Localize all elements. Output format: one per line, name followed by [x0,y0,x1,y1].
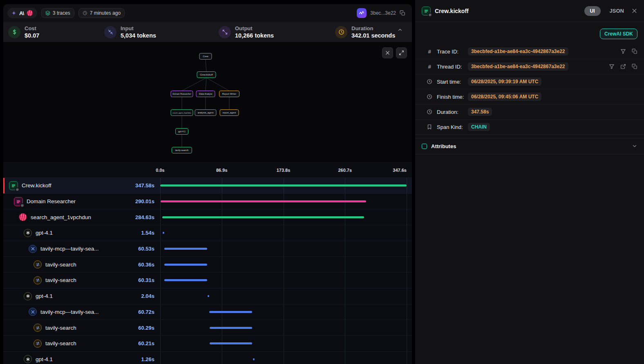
span-name: Domain Researcher [27,198,76,204]
trace-row[interactable]: @Crew.kickoff347.58s [3,178,412,194]
close-panel-button[interactable] [631,8,637,14]
trace-row[interactable]: tavily-search60.21s [3,336,412,352]
trace-row[interactable]: tavily-search60.31s [3,273,412,289]
transfer-icon [34,276,42,284]
span-bar[interactable] [162,216,364,218]
trace-row[interactable]: tavily-mcp---tavily-sea...60.72s [3,304,412,320]
field-start-time: Start time:06/28/2025, 09:39:19 AM UTC [415,74,644,89]
graph-node[interactable]: gpt-4.1 [176,129,188,135]
trace-row[interactable]: tavily-mcp---tavily-sea...60.53s [3,241,412,257]
graph-node[interactable]: analysis_agent [195,110,216,116]
span-bar[interactable] [161,200,366,202]
field-label: Finish time: [437,94,468,100]
graph-node[interactable]: report_agent [220,110,239,116]
expand-graph-button[interactable] [396,47,407,58]
span-bar[interactable] [164,279,207,281]
metric-cost: Cost$0.07 [8,25,104,39]
time-badge: 7 minutes ago [78,8,125,18]
field-value[interactable]: 3becbfed-a1be-ae84-ea3c-4942867a3e22 [468,47,568,55]
field-value[interactable]: 06/28/2025, 09:39:19 AM UTC [468,78,541,86]
svg-text:Report Writer: Report Writer [222,93,236,95]
metric-label: Cost [25,25,39,31]
span-track [160,241,407,257]
span-name: tavily-search [45,262,76,268]
graph-node[interactable]: search_agent_1vpchdun [171,110,193,116]
svg-text:Data Analyst: Data Analyst [199,93,212,95]
transfer-icon [34,260,42,269]
span-bar[interactable] [208,295,209,297]
graph-node[interactable]: Domain Researcher [171,91,193,97]
sparkle-logo-icon [11,11,16,16]
attributes-section-header[interactable]: Attributes [415,138,644,154]
metric-input: Input5,034 tokens [104,25,219,39]
svg-text:Domain Researcher: Domain Researcher [172,93,191,95]
graph-canvas[interactable]: CrewCrew.kickoffDomain ResearcherData An… [3,42,412,163]
span-detail-panel: @ Crew.kickoff UI JSON CrewAI SDK #Trace… [415,0,644,364]
field-label: Trace ID: [437,49,468,55]
graph-node[interactable]: tavily-search [172,147,192,153]
span-bar[interactable] [253,358,255,360]
svg-text:gpt-4.1: gpt-4.1 [178,130,186,133]
copy-icon[interactable] [400,10,405,16]
field-value[interactable]: 06/28/2025, 09:45:06 AM UTC [468,93,541,101]
span-track [160,304,407,320]
trace-row[interactable]: gpt-4.11.54s [3,225,412,241]
span-bar[interactable] [164,248,207,250]
span-bar[interactable] [210,342,252,344]
metric-label: Duration [351,25,395,31]
span-name: gpt-4.1 [36,356,53,362]
sdk-badge: CrewAI SDK [600,29,637,39]
span-bar[interactable] [209,311,252,313]
tab-ui[interactable]: UI [584,6,601,16]
trace-row[interactable]: tavily-search60.36s [3,257,412,273]
span-bar[interactable] [160,184,407,186]
span-bar[interactable] [164,264,207,266]
trace-row[interactable]: tavily-search60.29s [3,320,412,336]
openai-icon [24,355,32,363]
svg-text:Crew.kickoff: Crew.kickoff [200,73,213,76]
time-tick-label: 173.8s [277,168,291,173]
time-tick-label: 260.7s [338,168,352,173]
svg-text:analysis_agent: analysis_agent [198,111,214,114]
sdk-mini-badge: @ [15,187,20,192]
span-duration: 284.63s [135,214,154,220]
anthropic-logo: A\ [19,10,24,16]
field-value[interactable]: CHAIN [468,123,490,131]
filter-icon[interactable] [609,64,615,69]
graph-node[interactable]: Crew [199,53,212,60]
time-badge-label: 7 minutes ago [90,10,121,16]
time-tick-label: 0.0s [156,168,164,173]
traces-badge[interactable]: 3 traces [41,8,74,18]
span-track [160,273,407,288]
output-arrows-icon [219,26,231,38]
trace-id-short: 3bec...3e22 [370,10,396,16]
metric-value: 342.01 seconds [351,32,395,39]
graph-node[interactable]: Crew.kickoff [197,72,216,78]
trace-row[interactable]: gpt-4.11.26s [3,352,412,364]
trace-row[interactable]: gpt-4.12.04s [3,289,412,304]
close-graph-button[interactable] [382,47,393,58]
span-duration: 60.31s [138,277,154,283]
metric-value: 5,034 tokens [121,32,156,39]
filter-icon[interactable] [620,49,626,54]
graph-node[interactable]: Report Writer [219,91,239,97]
trace-row[interactable]: @Domain Researcher290.01s [3,194,412,210]
span-bar[interactable] [163,232,164,234]
metric-label: Input [121,25,156,31]
tab-json[interactable]: JSON [610,8,624,14]
field-value[interactable]: 3becbfed-a1be-ae84-ea3c-4942867a3e22 [468,62,568,71]
trace-row[interactable]: search_agent_1vpchdun284.63s [3,209,412,225]
field-value[interactable]: 347.58s [468,108,492,116]
span-duration: 2.04s [141,293,154,299]
copy-icon[interactable] [632,64,637,69]
transfer-icon [34,324,42,332]
span-bar[interactable] [210,327,253,329]
time-axis: 0.0s86.9s173.8s260.7s347.6s [3,163,412,178]
collapse-metrics-button[interactable] [396,25,405,36]
span-duration: 60.72s [138,309,154,315]
external-icon[interactable] [620,64,626,69]
openai-icon [24,229,32,237]
copy-icon[interactable] [632,49,637,54]
graph-node[interactable]: Data Analyst [196,91,215,97]
span-track [160,225,407,241]
